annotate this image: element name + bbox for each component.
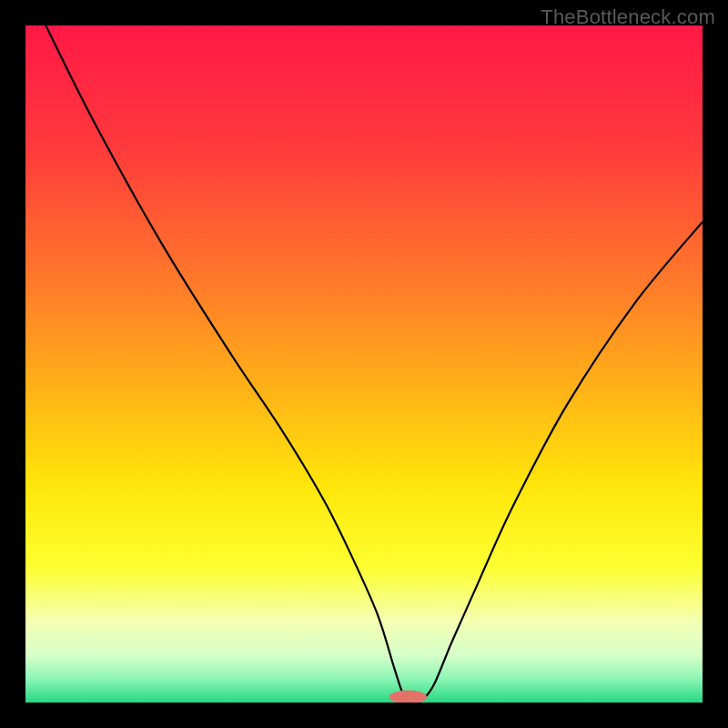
gradient-background bbox=[25, 25, 703, 703]
chart-frame bbox=[25, 25, 703, 703]
attribution-text: TheBottleneck.com bbox=[541, 5, 715, 29]
bottleneck-chart bbox=[25, 25, 703, 703]
